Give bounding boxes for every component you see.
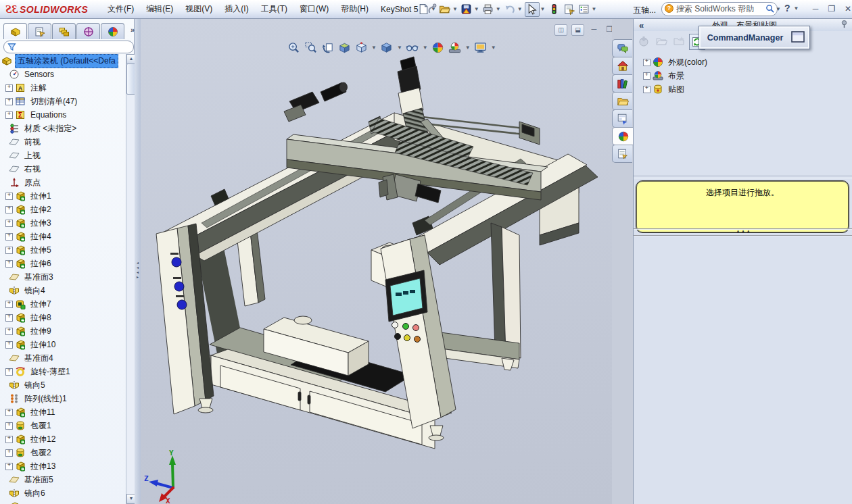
feature-tree-item-22[interactable]: +拉伸10	[0, 338, 126, 351]
expand-plus-icon[interactable]: +	[5, 220, 13, 227]
displaymanager-tab[interactable]	[101, 23, 124, 39]
zoom-to-fit-button[interactable]	[286, 40, 301, 55]
edit-appearance-button[interactable]	[431, 40, 446, 55]
feature-tree-item-1[interactable]: 五轴涂装机 (Default<<Defa	[0, 54, 126, 68]
feature-tree-item-7[interactable]: 前视	[0, 135, 126, 149]
appearance-tree-item-1[interactable]: +外观(color)	[638, 55, 847, 69]
expand-plus-icon[interactable]: +	[5, 328, 13, 335]
feature-tree-item-14[interactable]: +拉伸4	[0, 230, 126, 243]
feature-tree-item-10[interactable]: 原点	[0, 176, 126, 189]
search-input[interactable]: ? 搜索 SolidWorks 帮助	[661, 2, 778, 16]
expand-plus-icon[interactable]: +	[5, 193, 13, 200]
doc-minimize-button[interactable]: ─	[588, 24, 600, 34]
feature-tree-item-5[interactable]: +ΣEquations	[0, 108, 126, 122]
undo-dropdown-arrow[interactable]: ▼	[517, 6, 523, 12]
expand-plus-icon[interactable]: +	[5, 247, 13, 254]
file-properties-button[interactable]	[563, 3, 576, 16]
design-library-tab[interactable]	[612, 74, 632, 93]
feature-tree-item-34[interactable]	[0, 500, 126, 504]
custom-properties-tab[interactable]	[612, 145, 632, 163]
feature-tree-item-24[interactable]: +旋转-薄壁1	[0, 365, 126, 378]
feature-tree-item-6[interactable]: 材质 <未指定>	[0, 122, 126, 135]
expand-plus-icon[interactable]: +	[5, 301, 13, 308]
feature-tree-item-30[interactable]: +包覆2	[0, 446, 126, 459]
expand-plus-icon[interactable]: +	[5, 260, 13, 268]
task-pane-splitter[interactable]: ▲ ▲ ▲	[634, 228, 852, 236]
feature-tree-item-9[interactable]: 右视	[0, 162, 126, 176]
select-arrow-button[interactable]	[525, 2, 540, 17]
expand-plus-icon[interactable]: +	[643, 72, 650, 80]
feature-tree-item-19[interactable]: +拉伸7	[0, 297, 126, 311]
doc-split-horizontal-button[interactable]: ⬓	[571, 24, 584, 36]
previous-view-button[interactable]	[320, 40, 335, 55]
feature-tree-item-21[interactable]: +拉伸9	[0, 324, 126, 338]
section-view-button[interactable]	[337, 40, 352, 55]
file-explorer-tab[interactable]	[612, 92, 632, 110]
expand-plus-icon[interactable]: +	[5, 422, 13, 430]
splitter-grip[interactable]: ◂◂◂▸	[135, 261, 140, 291]
expand-plus-icon[interactable]: +	[5, 449, 13, 457]
view-orientation-button[interactable]	[354, 40, 369, 55]
view-settings-button[interactable]	[473, 40, 488, 55]
expand-plus-icon[interactable]: +	[5, 314, 13, 322]
save-appearance-file-button[interactable]	[671, 34, 686, 49]
print-dropdown-arrow[interactable]: ▼	[496, 6, 501, 12]
open-appearance-file-button[interactable]	[654, 34, 669, 49]
view-settings-dropdown-arrow[interactable]: ▼	[491, 45, 496, 51]
featuremanager-tab[interactable]	[3, 23, 27, 39]
feature-tree-item-20[interactable]: +拉伸8	[0, 311, 126, 324]
feature-tree-item-18[interactable]: 镜向4	[0, 284, 126, 297]
expand-plus-icon[interactable]: +	[5, 436, 13, 443]
save-document-dropdown-arrow[interactable]: ▼	[474, 6, 479, 12]
appearance-tree-item-3[interactable]: +贴图	[638, 82, 847, 96]
window-minimize-button[interactable]: ─	[810, 4, 821, 14]
search-dropdown-arrow[interactable]: ▼	[776, 6, 781, 12]
doc-split-vertical-button[interactable]: ◫	[554, 24, 567, 36]
doc-restore-button[interactable]: ❐	[604, 24, 612, 34]
save-document-button[interactable]	[460, 3, 473, 16]
new-document-button[interactable]	[417, 3, 430, 16]
feature-tree-item-16[interactable]: +拉伸6	[0, 257, 126, 270]
propertymanager-tab[interactable]	[28, 23, 51, 39]
menu-4[interactable]: 插入(I)	[218, 0, 254, 18]
rebuild-traffic-light-button[interactable]	[548, 3, 561, 16]
expand-plus-icon[interactable]: +	[5, 206, 13, 213]
search-icon[interactable]	[765, 4, 774, 15]
help-button[interactable]: ?	[784, 3, 790, 14]
feature-tree-item-3[interactable]: +A注解	[0, 81, 126, 95]
help-dropdown-arrow[interactable]: ▼	[794, 5, 799, 11]
feature-tree-item-29[interactable]: +拉伸12	[0, 432, 126, 446]
undo-button[interactable]	[503, 3, 517, 16]
view-palette-tab[interactable]	[612, 109, 632, 128]
task-pane-collapse-button[interactable]: «	[634, 20, 649, 30]
window-close-button[interactable]: ✕	[843, 4, 852, 14]
expand-plus-icon[interactable]: +	[5, 368, 13, 376]
options-button[interactable]	[577, 3, 591, 16]
apply-scene-button[interactable]	[448, 40, 463, 55]
appearances-scenes-tab[interactable]	[612, 127, 634, 145]
new-document-dropdown-arrow[interactable]: ▼	[431, 6, 436, 12]
select-arrow-dropdown-arrow[interactable]: ▼	[540, 6, 546, 12]
feature-tree-item-15[interactable]: +拉伸5	[0, 243, 126, 257]
feature-tree-item-13[interactable]: +拉伸3	[0, 216, 126, 230]
graphics-viewport[interactable]: ▼▼▼▼▼ ◫ ⬓ ─ ❐ ✕	[141, 19, 612, 504]
feature-tree-item-8[interactable]: 上视	[0, 149, 126, 162]
feature-tree-item-2[interactable]: Sensors	[0, 68, 126, 81]
feature-tree-item-28[interactable]: +包覆1	[0, 419, 126, 432]
menu-2[interactable]: 编辑(E)	[140, 0, 179, 18]
feature-tree-item-17[interactable]: 基准面3	[0, 270, 126, 284]
feature-tree-item-4[interactable]: +切割清单(47)	[0, 95, 126, 108]
feature-tree-item-11[interactable]: +拉伸1	[0, 189, 126, 203]
expand-plus-icon[interactable]: +	[5, 233, 13, 241]
feature-tree-item-25[interactable]: 镜向5	[0, 378, 126, 392]
feature-tree-item-12[interactable]: +拉伸2	[0, 203, 126, 216]
solidworks-resources-tab[interactable]	[612, 57, 632, 75]
add-appearance-button[interactable]	[636, 34, 651, 49]
hide-show-items-dropdown-arrow[interactable]: ▼	[423, 45, 428, 51]
menu-7[interactable]: 帮助(H)	[335, 0, 375, 18]
expand-plus-icon[interactable]: +	[5, 84, 13, 92]
configurationmanager-tab[interactable]	[52, 23, 76, 39]
3d-model[interactable]	[141, 19, 612, 504]
feature-tree-item-32[interactable]: 基准面5	[0, 473, 126, 486]
pushpin-icon[interactable]	[840, 20, 852, 30]
